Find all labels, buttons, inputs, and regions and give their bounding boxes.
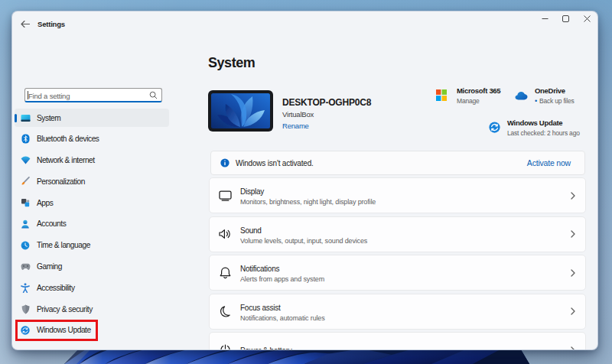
card-sound[interactable]: Sound Volume levels, output, input, soun… bbox=[209, 216, 586, 252]
rename-link[interactable]: Rename bbox=[282, 120, 371, 132]
activate-now-link[interactable]: Activate now bbox=[527, 158, 571, 167]
card-subtitle: Notifications, automatic rules bbox=[240, 314, 325, 323]
card-subtitle: Monitors, brightness, night light, displ… bbox=[240, 197, 376, 206]
card-title: Focus assist bbox=[240, 303, 325, 313]
card-focus-assist[interactable]: Focus assist Notifications, automatic ru… bbox=[209, 294, 586, 330]
device-thumbnail bbox=[208, 90, 273, 132]
info-icon bbox=[220, 158, 230, 167]
chevron-right-icon bbox=[571, 307, 575, 315]
quicklink-onedrive[interactable]: OneDrive •Back up files bbox=[515, 86, 575, 106]
display-icon bbox=[218, 189, 232, 203]
sidebar-item-accounts[interactable]: Accounts bbox=[15, 215, 170, 233]
sidebar-item-label: Time & language bbox=[37, 241, 90, 249]
quicklink-title: OneDrive bbox=[535, 86, 575, 95]
sidebar-item-network-internet[interactable]: Network & internet bbox=[15, 151, 170, 170]
card-title: Sound bbox=[240, 226, 367, 236]
windows-update-icon bbox=[489, 122, 500, 133]
power-battery-icon bbox=[218, 343, 232, 350]
card-display[interactable]: Display Monitors, brightness, night ligh… bbox=[209, 177, 586, 213]
sidebar-nav: System Bluetooth & devices bbox=[15, 109, 170, 340]
quicklink-subtitle: Last checked: 2 hours ago bbox=[507, 128, 580, 138]
card-title: Power & battery bbox=[240, 346, 291, 350]
onedrive-icon bbox=[515, 91, 528, 100]
sidebar-item-label: Apps bbox=[37, 199, 53, 207]
bluetooth-icon bbox=[21, 134, 31, 144]
sidebar-item-gaming[interactable]: Gaming bbox=[15, 258, 170, 276]
main-content: System bbox=[187, 11, 597, 349]
sidebar-item-label: Accounts bbox=[37, 219, 66, 228]
focus-assist-icon bbox=[218, 304, 232, 318]
microsoft-365-logo bbox=[436, 89, 447, 101]
chevron-right-icon bbox=[571, 230, 575, 238]
text-caret bbox=[28, 91, 28, 99]
back-button[interactable] bbox=[18, 19, 32, 30]
gaming-icon bbox=[21, 262, 31, 271]
accessibility-icon bbox=[21, 283, 31, 293]
privacy-icon bbox=[21, 304, 31, 314]
system-icon bbox=[21, 113, 31, 123]
sound-icon bbox=[218, 227, 232, 241]
sidebar-item-label: Personalization bbox=[37, 177, 85, 186]
windows-update-icon bbox=[21, 325, 31, 335]
card-title: Notifications bbox=[240, 264, 324, 274]
quicklink-windows-update[interactable]: Windows Update Last checked: 2 hours ago bbox=[489, 119, 580, 138]
sidebar-item-label: Privacy & security bbox=[37, 305, 93, 314]
search-icon bbox=[149, 91, 158, 99]
quicklink-subtitle[interactable]: Manage bbox=[457, 96, 500, 106]
search-box bbox=[24, 88, 162, 102]
bullet-dot: • bbox=[535, 97, 537, 105]
activation-banner: Windows isn't activated. Activate now bbox=[210, 151, 585, 175]
sidebar-item-time-language[interactable]: Time & language bbox=[15, 236, 170, 255]
window-title: Settings bbox=[37, 20, 65, 28]
back-arrow-icon bbox=[20, 20, 31, 28]
quicklink-microsoft-365[interactable]: Microsoft 365 Manage bbox=[436, 86, 500, 106]
sidebar-item-label: Bluetooth & devices bbox=[37, 135, 99, 143]
sidebar: System Bluetooth & devices bbox=[12, 37, 187, 349]
sidebar-item-label: Windows Update bbox=[37, 326, 91, 334]
time-language-icon bbox=[21, 240, 31, 250]
device-name: DESKTOP-OGHP0C8 bbox=[282, 96, 371, 109]
sidebar-item-windows-update[interactable]: Windows Update bbox=[15, 321, 170, 340]
sidebar-item-apps[interactable]: Apps bbox=[15, 193, 170, 212]
card-title: Display bbox=[240, 187, 376, 197]
desktop-wallpaper: Settings bbox=[0, 0, 612, 364]
chevron-right-icon bbox=[571, 269, 575, 277]
page-title: System bbox=[208, 55, 255, 71]
banner-text: Windows isn't activated. bbox=[236, 159, 314, 167]
sidebar-item-personalization[interactable]: Personalization bbox=[15, 172, 170, 190]
sidebar-item-label: Accessibility bbox=[37, 284, 75, 292]
quicklink-title: Windows Update bbox=[507, 119, 580, 127]
quicklink-subtitle[interactable]: •Back up files bbox=[535, 96, 575, 106]
chevron-right-icon bbox=[571, 346, 575, 350]
quicklink-title: Microsoft 365 bbox=[457, 86, 500, 95]
sidebar-item-bluetooth-devices[interactable]: Bluetooth & devices bbox=[15, 130, 170, 148]
sidebar-item-label: Network & internet bbox=[37, 156, 95, 164]
settings-window: Settings bbox=[11, 11, 598, 350]
sidebar-item-label: System bbox=[37, 114, 60, 122]
accounts-icon bbox=[21, 219, 31, 229]
apps-icon bbox=[21, 198, 31, 208]
sidebar-item-privacy-security[interactable]: Privacy & security bbox=[15, 300, 170, 318]
search-input[interactable] bbox=[28, 90, 149, 101]
sidebar-item-label: Gaming bbox=[37, 262, 62, 271]
sidebar-item-accessibility[interactable]: Accessibility bbox=[15, 278, 170, 297]
card-subtitle: Volume levels, output, input, sound devi… bbox=[240, 236, 367, 245]
card-subtitle: Alerts from apps and system bbox=[240, 275, 324, 284]
notifications-icon bbox=[218, 266, 232, 280]
sidebar-item-system[interactable]: System bbox=[15, 109, 170, 127]
network-icon bbox=[21, 155, 31, 165]
settings-cards: Display Monitors, brightness, night ligh… bbox=[209, 177, 586, 350]
card-power-battery[interactable]: Power & battery bbox=[209, 332, 586, 350]
card-notifications[interactable]: Notifications Alerts from apps and syste… bbox=[209, 255, 586, 291]
device-model: VirtualBox bbox=[282, 109, 371, 120]
chevron-right-icon bbox=[571, 192, 575, 200]
personalization-icon bbox=[21, 177, 31, 187]
quicklink-subtitle-text: Back up files bbox=[539, 97, 575, 105]
